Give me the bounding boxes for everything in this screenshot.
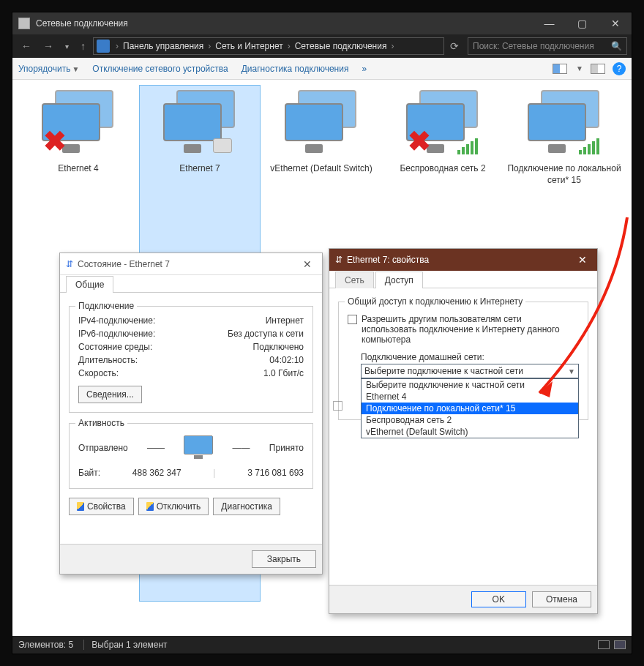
toolbar: Упорядочить▼ Отключение сетевого устройс… [12, 58, 632, 80]
group-legend: Подключение [75, 301, 137, 311]
props-dialog-title: Ethernet 7: свойства [347, 255, 429, 265]
disable-button[interactable]: Отключить [138, 498, 209, 515]
close-icon[interactable]: ✕ [574, 252, 591, 267]
disable-device-button[interactable]: Отключение сетевого устройства [92, 64, 228, 74]
dialog-icon: ⇵ [335, 255, 342, 265]
breadcrumb-item[interactable]: Сеть и Интернет [214, 41, 284, 51]
window-title: Сетевые подключения [36, 18, 128, 29]
app-icon [18, 18, 30, 29]
home-connection-combo[interactable]: Выберите подключение к частной сети ▼ [361, 364, 579, 378]
up-button[interactable]: ↑ [76, 37, 90, 55]
thumbnails-view-icon[interactable] [614, 640, 626, 649]
bytes-recv: 3 716 081 693 [247, 468, 304, 478]
explorer-window: Сетевые подключения — ▢ ✕ ← → ▾ ↑ › Пане… [12, 12, 632, 654]
breadcrumb-item[interactable]: Сетевые подключения [293, 41, 389, 51]
maximize-button[interactable]: ▢ [566, 12, 599, 34]
dropdown-option[interactable]: Беспроводная сеть 2 [362, 414, 578, 426]
wifi-bars-icon [579, 138, 599, 154]
status-dialog-title: Состояние - Ethernet 7 [78, 259, 170, 269]
search-input[interactable]: Поиск: Сетевые подключения 🔍 [468, 37, 627, 55]
connection-label: Ethernet 4 [20, 163, 137, 175]
properties-dialog: ⇵ Ethernet 7: свойства ✕ Сеть Доступ Общ… [329, 248, 598, 614]
shield-icon [146, 502, 154, 511]
toolbar-overflow[interactable]: » [362, 64, 367, 74]
statusbar: Элементов: 5 Выбран 1 элемент [12, 636, 632, 654]
item-count: Элементов: 5 [18, 640, 84, 650]
tab-general[interactable]: Общие [66, 276, 113, 293]
tab-sharing[interactable]: Доступ [375, 272, 423, 288]
activity-monitor-icon [184, 435, 213, 460]
connection-group: Подключение IPv4-подключение:Интернет IP… [69, 306, 313, 413]
dropdown-option[interactable]: Выберите подключение к частной сети [362, 379, 578, 391]
breadcrumb[interactable]: › Панель управления › Сеть и Интернет › … [93, 37, 444, 55]
status-dialog: ⇵ Состояние - Ethernet 7 ✕ Общие Подключ… [59, 252, 323, 575]
allow-sharing-label: Разрешить другим пользователям сети испо… [362, 314, 579, 345]
disabled-icon: ✖ [408, 125, 431, 157]
home-connection-label: Подключение домашней сети: [361, 352, 579, 362]
breadcrumb-item[interactable]: Панель управления [121, 41, 205, 51]
cancel-button[interactable]: Отмена [532, 591, 591, 607]
allow-sharing-checkbox[interactable] [348, 315, 357, 324]
ethernet-plug-icon [213, 138, 232, 153]
view-options-icon[interactable] [553, 64, 567, 74]
recv-label: Принято [269, 443, 304, 453]
connection-label: vEthernet (Default Switch) [263, 163, 380, 175]
diagnose-button[interactable]: Диагностика подключения [242, 64, 349, 74]
selected-count: Выбран 1 элемент [91, 640, 177, 650]
close-icon[interactable]: ✕ [299, 257, 316, 272]
bytes-label: Байт: [78, 468, 100, 478]
diagnose-button[interactable]: Диагностика [213, 498, 280, 515]
close-button[interactable]: ✕ [599, 12, 632, 34]
minimize-button[interactable]: — [533, 12, 566, 34]
dialog-tabs: Сеть Доступ [329, 271, 597, 288]
history-dropdown-icon[interactable]: ▾ [61, 40, 73, 53]
wifi-bars-icon [457, 138, 478, 154]
connection-label: Беспроводная сеть 2 [384, 163, 501, 175]
activity-group: Активность Отправлено —— —— Принято Байт… [69, 423, 313, 489]
close-button[interactable]: Закрыть [252, 550, 316, 568]
connection-label: Подключение по локальной сети* 15 [506, 163, 623, 186]
connection-label: Ethernet 7 [141, 163, 258, 175]
refresh-button[interactable]: ⟳ [447, 37, 462, 55]
disabled-icon: ✖ [43, 125, 67, 157]
preview-pane-icon[interactable] [591, 64, 605, 74]
shield-icon [77, 502, 84, 511]
location-icon [97, 40, 110, 53]
nav-row: ← → ▾ ↑ › Панель управления › Сеть и Инт… [12, 34, 632, 58]
dialog-icon: ⇵ [66, 259, 73, 269]
sent-label: Отправлено [78, 443, 128, 453]
dialog-tabs: Общие [60, 275, 322, 293]
back-button[interactable]: ← [17, 37, 36, 55]
ok-button[interactable]: OK [471, 591, 526, 607]
allow-control-checkbox[interactable] [333, 401, 342, 411]
search-icon: 🔍 [611, 41, 622, 51]
titlebar: Сетевые подключения — ▢ ✕ [12, 12, 632, 34]
details-view-icon[interactable] [598, 640, 610, 649]
group-legend: Общий доступ к подключению к Интернету [345, 296, 525, 307]
search-placeholder: Поиск: Сетевые подключения [473, 41, 594, 51]
organize-menu[interactable]: Упорядочить▼ [18, 64, 79, 74]
details-button[interactable]: Сведения... [78, 386, 142, 403]
properties-button[interactable]: Свойства [69, 498, 134, 515]
tab-network[interactable]: Сеть [335, 272, 374, 288]
forward-button[interactable]: → [39, 37, 58, 55]
chevron-down-icon: ▼ [568, 367, 575, 375]
dropdown-option[interactable]: vEthernet (Default Switch) [362, 426, 578, 438]
bytes-sent: 488 362 347 [132, 468, 181, 478]
help-icon[interactable]: ? [613, 62, 626, 75]
group-legend: Активность [75, 418, 127, 428]
ics-group: Общий доступ к подключению к Интернету Р… [338, 302, 588, 420]
